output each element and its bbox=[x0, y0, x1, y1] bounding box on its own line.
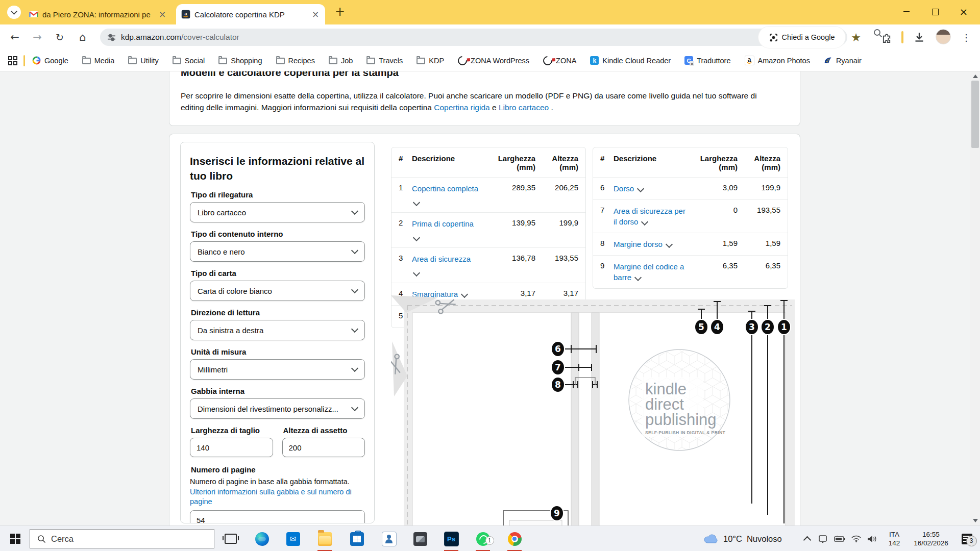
minimize-button[interactable] bbox=[892, 0, 921, 23]
weather-widget[interactable]: 10°C Nuvoloso bbox=[703, 526, 790, 551]
downloads-icon[interactable] bbox=[912, 30, 927, 45]
chevron-down-icon[interactable] bbox=[638, 184, 643, 193]
row-link[interactable]: Area di sicurezza bbox=[412, 255, 471, 263]
lang-code: ITA bbox=[889, 530, 900, 539]
taskbar-search-input[interactable]: Cerca bbox=[30, 529, 214, 548]
folder-icon bbox=[366, 58, 375, 64]
bookmark-folder-kdp[interactable]: KDP bbox=[416, 57, 444, 65]
chevron-down-icon[interactable] bbox=[414, 198, 486, 207]
bookmark-folder-utility[interactable]: Utility bbox=[128, 57, 158, 65]
row-link[interactable]: Prima di copertina bbox=[412, 219, 474, 228]
bookmark-zona-wordpress[interactable]: ZONA WordPress bbox=[458, 56, 529, 65]
bookmark-folder-media[interactable]: Media bbox=[82, 57, 115, 65]
bookmark-folder-social[interactable]: Social bbox=[173, 57, 205, 65]
bookmark-zona[interactable]: ZONA bbox=[543, 56, 576, 65]
new-tab-button[interactable]: + bbox=[333, 5, 347, 19]
bookmark-google[interactable]: Google bbox=[32, 56, 68, 65]
row-link[interactable]: Margine del codice a barre bbox=[614, 262, 684, 282]
taskbar-store[interactable] bbox=[345, 526, 369, 551]
bookmark-star-icon[interactable]: ★ bbox=[848, 30, 864, 45]
extensions-icon[interactable] bbox=[879, 30, 894, 45]
site-settings-icon[interactable] bbox=[107, 33, 116, 42]
scrollbar[interactable] bbox=[970, 71, 980, 525]
row-link[interactable]: Copertina completa bbox=[412, 184, 478, 193]
ask-google-button[interactable]: Chiedi a Google bbox=[758, 27, 845, 48]
bookmark-folder-shopping[interactable]: Shopping bbox=[218, 57, 262, 65]
taskbar-photoshop[interactable]: Ps bbox=[439, 526, 463, 551]
svg-text:8: 8 bbox=[555, 380, 561, 390]
close-tab-icon[interactable]: × bbox=[311, 10, 320, 19]
chevron-down-icon[interactable] bbox=[414, 268, 486, 277]
paper-type-select[interactable]: Carta di colore bianco bbox=[190, 281, 365, 301]
taskbar-chrome[interactable] bbox=[503, 526, 526, 551]
bookmark-folder-job[interactable]: Job bbox=[329, 57, 353, 65]
scroll-down-arrow[interactable] bbox=[973, 519, 978, 522]
taskbar-whatsapp[interactable]: 1 bbox=[471, 526, 495, 551]
scrollbar-thumb[interactable] bbox=[971, 81, 979, 148]
taskbar-file-explorer[interactable] bbox=[313, 526, 336, 551]
bookmark-folder-recipes[interactable]: Recipes bbox=[276, 57, 315, 65]
close-tab-icon[interactable]: × bbox=[158, 10, 167, 19]
field-label: Tipo di carta bbox=[191, 269, 365, 278]
bookmark-kindle-cloud-reader[interactable]: kKindle Cloud Reader bbox=[590, 56, 671, 65]
back-button[interactable]: ← bbox=[6, 29, 23, 45]
close-button[interactable]: × bbox=[949, 0, 978, 23]
chevron-down-icon[interactable] bbox=[667, 240, 672, 248]
tab-kdp-calculator[interactable]: a Calcolatore copertina KDP × bbox=[176, 4, 325, 24]
people-icon bbox=[382, 532, 397, 546]
clock[interactable]: 16:5516/02/2026 bbox=[908, 526, 954, 551]
trim-size-select[interactable]: Dimensioni del rivestimento personalizz.… bbox=[190, 398, 365, 419]
address-bar[interactable]: kdp.amazon.com/cover-calculator bbox=[100, 29, 847, 46]
start-button[interactable] bbox=[4, 526, 27, 551]
profile-avatar[interactable] bbox=[936, 29, 951, 44]
chevron-down-icon[interactable] bbox=[635, 273, 641, 282]
row-link[interactable]: Margine dorso bbox=[614, 240, 663, 248]
taskbar-people[interactable] bbox=[377, 526, 401, 551]
binding-type-select[interactable]: Libro cartaceo bbox=[190, 202, 365, 222]
tab-gmail[interactable]: da Piero ZONA: informazioni pe × bbox=[24, 4, 172, 24]
table-row: 8 Margine dorso 1,591,59 bbox=[593, 233, 788, 256]
row-link[interactable]: Area di sicurezza per il dorso bbox=[614, 207, 685, 226]
tab-search-button[interactable] bbox=[7, 6, 21, 19]
volume-tray-icon[interactable] bbox=[865, 526, 880, 551]
trim-height-input[interactable] bbox=[282, 438, 365, 457]
language-indicator[interactable]: ITA142 bbox=[883, 526, 905, 551]
wifi-tray-icon[interactable] bbox=[849, 526, 863, 551]
chevron-down-icon bbox=[351, 286, 358, 293]
trim-width-input[interactable] bbox=[190, 438, 273, 457]
bookmark-folder-travels[interactable]: Travels bbox=[366, 57, 403, 65]
bookmark-ryanair[interactable]: Ryanair bbox=[824, 56, 862, 65]
bookmark-amazon-photos[interactable]: aAmazon Photos bbox=[745, 56, 810, 65]
task-view-button[interactable] bbox=[220, 526, 241, 551]
maximize-button[interactable] bbox=[921, 0, 949, 23]
gmail-icon bbox=[29, 10, 38, 19]
bookmark-traduttore[interactable]: GTraduttore bbox=[684, 56, 730, 65]
cover-template-diagram: kindle direct publishing SELF-PUBLISH IN… bbox=[391, 295, 797, 525]
row-link[interactable]: Dorso bbox=[614, 184, 634, 193]
spine-strip bbox=[571, 313, 579, 525]
taskbar-edge[interactable] bbox=[250, 526, 274, 551]
battery-tray-icon[interactable] bbox=[832, 526, 847, 551]
reload-button[interactable]: ↻ bbox=[51, 29, 68, 45]
interior-type-select[interactable]: Bianco e nero bbox=[190, 241, 365, 262]
link-copertina-rigida[interactable]: Copertina rigida bbox=[434, 103, 489, 112]
measure-unit-select[interactable]: Millimetri bbox=[190, 359, 365, 380]
scroll-up-arrow[interactable] bbox=[973, 74, 978, 78]
taskbar-mail[interactable]: ✉ bbox=[281, 526, 305, 551]
link-libro-cartaceo[interactable]: Libro cartaceo bbox=[499, 103, 549, 112]
page-count-help-link[interactable]: Ulteriori informazioni sulla gabbia e su… bbox=[190, 487, 365, 507]
page-count-input[interactable] bbox=[190, 510, 365, 523]
home-button[interactable]: ⌂ bbox=[74, 29, 91, 45]
notification-center-button[interactable]: 3 bbox=[957, 526, 977, 551]
reading-direction-select[interactable]: Da sinistra a destra bbox=[190, 320, 365, 340]
taskbar-app[interactable] bbox=[408, 526, 432, 551]
forward-button[interactable]: → bbox=[29, 29, 46, 45]
mail-icon: ✉ bbox=[286, 532, 300, 546]
menu-kebab-icon[interactable]: ⋮ bbox=[959, 30, 974, 45]
cast-tray-icon[interactable] bbox=[816, 526, 830, 551]
apps-grid-icon[interactable] bbox=[8, 56, 17, 65]
chevron-down-icon[interactable] bbox=[642, 217, 647, 226]
chevron-down-icon[interactable] bbox=[414, 233, 486, 242]
tray-expand-button[interactable] bbox=[800, 526, 814, 551]
svg-text:3: 3 bbox=[749, 322, 755, 332]
